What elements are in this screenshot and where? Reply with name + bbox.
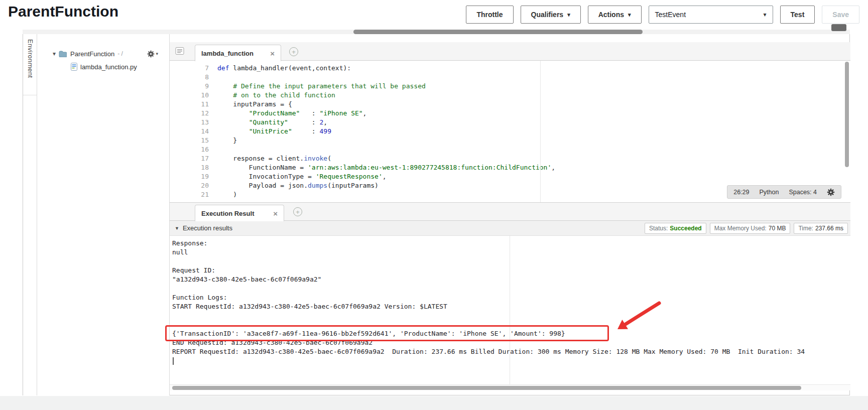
- editor-vertical-scrollbar-thumb[interactable]: [845, 62, 849, 167]
- qualifiers-button-label: Qualifiers: [531, 11, 564, 19]
- time-label: Time:: [798, 225, 813, 232]
- status-label: Status:: [649, 225, 668, 232]
- line-number: 7: [170, 64, 209, 73]
- actions-button[interactable]: Actions ▾: [588, 6, 642, 24]
- environment-dock: Environment: [23, 34, 37, 395]
- spaces-setting-button[interactable]: Spaces: 4: [789, 189, 817, 196]
- line-number: 20: [170, 181, 209, 190]
- text-cursor: [173, 357, 174, 365]
- execution-output-console: Response:nullRequest ID:"a132d943-c380-4…: [170, 236, 850, 384]
- console-output: Response:nullRequest ID:"a132d943-c380-4…: [170, 236, 850, 356]
- chevron-down-icon: ▾: [628, 12, 631, 18]
- tab-execution-result-label: Execution Result: [201, 210, 254, 217]
- console-output-line: [172, 257, 850, 266]
- tab-execution-result[interactable]: Execution Result ×: [195, 205, 284, 221]
- console-output-line: REPORT RequestId: a132d943-c380-42e5-bae…: [172, 347, 850, 356]
- new-tab-button[interactable]: +: [293, 207, 302, 216]
- console-output-line: Request ID:: [172, 266, 850, 275]
- frame-handle-icon: [831, 24, 846, 31]
- max-memory-value: 70 MB: [769, 225, 786, 232]
- chevron-down-icon: ▾: [156, 51, 158, 56]
- top-scrollbar-thumb[interactable]: [353, 30, 643, 34]
- console-output-line: {'TransactionID': 'a3ace8f7-a69f-11ea-96…: [172, 329, 850, 338]
- console-output-line: "a132d943-c380-42e5-baec-6c07f069a9a2": [172, 275, 850, 284]
- header-buttons: Throttle Qualifiers ▾ Actions ▾ TestEven…: [466, 6, 859, 24]
- header: ParentFunction Throttle Qualifiers ▾ Act…: [0, 0, 868, 29]
- chevron-down-icon: ▾: [567, 12, 570, 18]
- cursor-position: 26:29: [733, 189, 749, 196]
- code-line: 15 }: [170, 136, 850, 145]
- time-badge: Time: 237.66 ms: [794, 223, 848, 234]
- max-memory-badge: Max Memory Used: 70 MB: [710, 223, 791, 234]
- bottom-scrollbar-thumb[interactable]: [172, 386, 801, 390]
- close-icon[interactable]: ×: [270, 50, 275, 57]
- line-number: 19: [170, 172, 209, 181]
- folder-path-suffix: - /: [117, 50, 123, 57]
- collapse-triangle-icon: ▼: [175, 226, 179, 231]
- code-line: 8: [170, 73, 850, 82]
- save-button-label: Save: [832, 11, 849, 19]
- line-number: 16: [170, 145, 209, 154]
- console-output-line: START RequestId: a132d943-c380-42e5-baec…: [172, 302, 850, 311]
- line-number: 9: [170, 82, 209, 91]
- test-event-select-value: TestEvent: [655, 11, 686, 19]
- code-line: 10 # on to the child function: [170, 91, 850, 100]
- line-number: 17: [170, 154, 209, 163]
- execution-results-title: Execution results: [183, 224, 232, 232]
- tree-expand-caret-icon[interactable]: ▾: [53, 51, 56, 57]
- line-number: 21: [170, 190, 209, 199]
- execution-results-toggle[interactable]: ▼ Execution results: [175, 224, 232, 232]
- close-icon[interactable]: ×: [273, 210, 278, 217]
- test-button[interactable]: Test: [780, 6, 815, 24]
- time-value: 237.66 ms: [815, 225, 843, 232]
- plus-icon: +: [292, 49, 296, 55]
- console-output-line: null: [172, 248, 850, 257]
- line-number: 12: [170, 109, 209, 118]
- code-editor[interactable]: 67def lambda_handler(event,context):89 #…: [170, 61, 850, 202]
- chevron-down-icon: ▾: [764, 11, 767, 18]
- bottom-scrollbar-track[interactable]: [170, 384, 850, 390]
- tab-lambda-function[interactable]: lambda_function ×: [195, 45, 281, 61]
- status-value: Succeeded: [670, 225, 701, 232]
- line-number: 18: [170, 163, 209, 172]
- console-output-line: [172, 311, 850, 320]
- new-tab-button[interactable]: +: [289, 47, 298, 56]
- ide-frame: Environment ▾ ParentFunction - / ▾: [23, 34, 850, 395]
- throttle-button[interactable]: Throttle: [466, 6, 513, 24]
- python-file-icon: [71, 63, 77, 71]
- line-number: 11: [170, 100, 209, 109]
- code-line: 13 "Quantity" : 2,: [170, 118, 850, 127]
- console-output-line: [172, 284, 850, 293]
- tree-item-lambda-function-file[interactable]: lambda_function.py: [37, 61, 169, 72]
- line-number: 15: [170, 136, 209, 145]
- code-line: 16: [170, 145, 850, 154]
- line-number: 10: [170, 91, 209, 100]
- code-line: 7def lambda_handler(event,context):: [170, 64, 850, 73]
- page-title: ParentFunction: [8, 3, 118, 20]
- gear-icon: [147, 50, 155, 58]
- code-lines: 67def lambda_handler(event,context):89 #…: [170, 61, 850, 199]
- tree-item-parentfunction-folder[interactable]: ▾ ParentFunction - / ▾: [37, 48, 169, 59]
- footer-strip: [0, 396, 868, 410]
- file-name-label: lambda_function.py: [80, 63, 137, 71]
- environment-tab[interactable]: Environment: [23, 34, 37, 95]
- execution-badges: Status: Succeeded Max Memory Used: 70 MB…: [645, 223, 848, 234]
- tree-settings-button[interactable]: ▾: [147, 50, 158, 58]
- line-number: 13: [170, 118, 209, 127]
- console-output-line: END RequestId: a132d943-c380-42e5-baec-6…: [172, 338, 850, 347]
- console-output-line: Function Logs:: [172, 293, 850, 302]
- file-tree-panel: ▾ ParentFunction - / ▾ lambda_function.p…: [37, 34, 170, 395]
- language-mode-button[interactable]: Python: [759, 189, 779, 196]
- gear-icon[interactable]: [827, 188, 835, 196]
- editor-column: lambda_function × + 67def lambda_handler…: [170, 34, 850, 395]
- folder-name-label: ParentFunction: [70, 50, 114, 58]
- test-event-select[interactable]: TestEvent ▾: [649, 6, 773, 24]
- tab-list-icon[interactable]: [175, 47, 184, 57]
- execution-results-header: ▼ Execution results Status: Succeeded Ma…: [170, 221, 850, 236]
- folder-icon: [59, 51, 67, 57]
- save-button[interactable]: Save: [822, 6, 859, 24]
- qualifiers-button[interactable]: Qualifiers ▾: [521, 6, 581, 24]
- console-output-line: Response:: [172, 239, 850, 248]
- editor-status-bar: 26:29 Python Spaces: 4: [727, 185, 841, 199]
- code-line: 19 InvocationType = 'RequestResponse',: [170, 172, 850, 181]
